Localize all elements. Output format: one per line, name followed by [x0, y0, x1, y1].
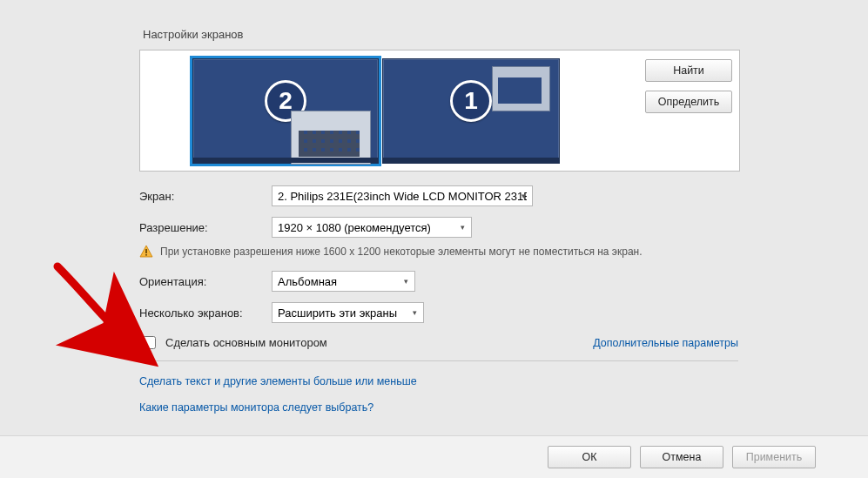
advanced-settings-link[interactable]: Дополнительные параметры: [593, 337, 738, 349]
make-primary-checkbox[interactable]: [143, 336, 156, 349]
cancel-button[interactable]: Отмена: [640, 446, 723, 468]
multiple-displays-label: Несколько экранов:: [139, 306, 272, 320]
orientation-label: Ориентация:: [139, 275, 272, 288]
multiple-displays-select[interactable]: Расширить эти экраны: [272, 302, 424, 323]
monitor-thumbnail-1[interactable]: 1: [382, 58, 560, 164]
identify-button[interactable]: Определить: [645, 91, 732, 113]
page-title: Настройки экранов: [143, 28, 853, 41]
make-primary-label: Сделать основным монитором: [165, 336, 327, 349]
dialog-button-bar: ОК Отмена Применить: [0, 435, 868, 478]
text-size-link[interactable]: Сделать текст и другие элементы больше и…: [139, 375, 853, 387]
monitor-number-badge: 1: [450, 80, 492, 122]
monitor-arrangement-box: 2 1 Найти Определить: [139, 50, 740, 172]
separator: [139, 360, 738, 361]
orientation-select[interactable]: Альбомная: [272, 271, 415, 292]
apply-button[interactable]: Применить: [732, 446, 816, 468]
monitor-preview-taskbar: [193, 158, 378, 163]
monitor-preview-widget: [291, 111, 371, 165]
monitor-preview-taskbar: [383, 158, 559, 163]
ok-button[interactable]: ОК: [548, 446, 631, 468]
resolution-select[interactable]: 1920 × 1080 (рекомендуется): [272, 217, 472, 238]
svg-rect-1: [145, 249, 147, 253]
monitor-preview-widget: [492, 66, 550, 111]
warning-icon: [139, 245, 153, 259]
svg-rect-2: [145, 254, 147, 256]
screen-label: Экран:: [139, 190, 272, 203]
monitor-thumbnail-2[interactable]: 2: [192, 58, 379, 164]
find-button[interactable]: Найти: [645, 59, 732, 82]
resolution-warning-text: При установке разрешения ниже 1600 x 120…: [160, 246, 643, 258]
which-settings-link[interactable]: Какие параметры монитора следует выбрать…: [139, 401, 853, 414]
screen-select[interactable]: 2. Philips 231E(23inch Wide LCD MONITOR …: [272, 185, 533, 206]
resolution-label: Разрешение:: [139, 221, 272, 234]
